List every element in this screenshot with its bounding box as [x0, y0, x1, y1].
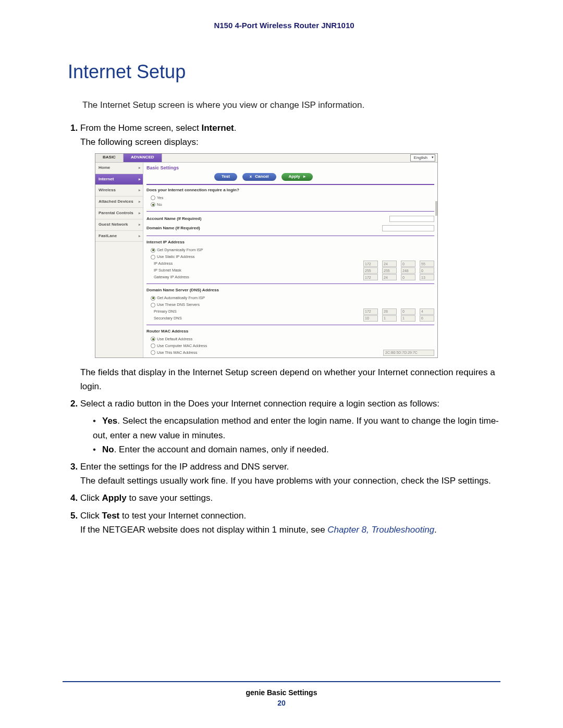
mac-default-row[interactable]: Use Default Address	[151, 336, 434, 342]
step4-b: Apply	[102, 493, 127, 503]
ip-b[interactable]: 24	[382, 261, 397, 267]
chevron-right-icon: ▸	[139, 221, 141, 227]
sdns-c[interactable]: 1	[401, 315, 415, 322]
radio-no[interactable]	[151, 202, 155, 207]
subnet-c[interactable]: 248	[401, 267, 415, 274]
radio-dns-manual-label: Use These DNS Servers	[157, 302, 200, 308]
radio-mac-this[interactable]	[151, 350, 155, 355]
radio-yes[interactable]	[151, 195, 155, 200]
account-name-input[interactable]	[389, 216, 434, 222]
ip-a[interactable]: 172	[363, 261, 378, 267]
sidebar-guest-label: Guest Network	[99, 222, 128, 227]
step5-follow-c: .	[434, 525, 437, 535]
step2-yes: Yes. Select the encapsulation method and…	[93, 414, 500, 442]
step4-a: Click	[80, 493, 102, 503]
ip-section-label: Internet IP Address	[146, 239, 434, 246]
login-question: Does your Internet connection require a …	[146, 187, 434, 194]
sidebar-wireless[interactable]: Wireless▸	[95, 185, 143, 196]
radio-mac-computer[interactable]	[151, 343, 155, 348]
radio-ip-dynamic-label: Get Dynamically From ISP	[157, 247, 203, 253]
tab-advanced[interactable]: ADVANCED	[124, 154, 162, 162]
mac-address-input[interactable]: 2C:B0:5D:7D:29:7C	[383, 350, 434, 356]
cancel-button[interactable]: xCancel	[242, 173, 276, 181]
chevron-right-icon: ▸	[139, 199, 141, 204]
gw-d[interactable]: 13	[420, 274, 434, 280]
chevron-right-icon: ▸	[139, 176, 141, 182]
gw-c[interactable]: 0	[401, 274, 415, 280]
login-no-row[interactable]: No	[151, 202, 434, 208]
sidebar-internet-label: Internet	[99, 177, 114, 181]
subnet-d[interactable]: 0	[420, 267, 434, 274]
sidebar-fastlane-label: FastLane	[99, 233, 117, 238]
dns-manual-row[interactable]: Use These DNS Servers	[151, 302, 434, 308]
pdns-a[interactable]: 172	[363, 309, 378, 315]
step1-text-a: From the Home screen, select	[80, 123, 201, 133]
ip-static-row[interactable]: Use Static IP Address	[151, 254, 434, 260]
ip-dyn-row[interactable]: Get Dynamically From ISP	[151, 247, 434, 253]
step5-follow-a: If the NETGEAR website does not display …	[80, 525, 327, 535]
tab-basic[interactable]: BASIC	[95, 154, 124, 162]
step1-follow: The following screen displays:	[80, 135, 500, 149]
language-select[interactable]: English	[410, 154, 435, 162]
sidebar-parental[interactable]: Parental Controls▸	[95, 208, 143, 219]
mac-computer-row[interactable]: Use Computer MAC Address	[151, 343, 434, 349]
domain-name-label: Domain Name (If Required)	[146, 225, 200, 232]
apply-button[interactable]: Apply▸	[282, 173, 313, 181]
subnet-b[interactable]: 255	[382, 267, 397, 274]
close-icon: x	[250, 174, 252, 180]
footer-title: genie Basic Settings	[63, 688, 500, 697]
pdns-d[interactable]: 4	[420, 309, 434, 315]
sidebar-attached[interactable]: Attached Devices▸	[95, 196, 143, 208]
page-footer: genie Basic Settings 20	[63, 681, 500, 707]
step-3: Enter the settings for the IP address an…	[80, 460, 500, 488]
step2-yes-b: Yes	[102, 416, 117, 426]
sidebar: Home▸ Internet▸ Wireless▸ Attached Devic…	[95, 163, 143, 357]
step2-yes-t: . Select the encapsulation method and en…	[93, 416, 499, 440]
step2-no-t: . Enter the account and domain names, on…	[114, 445, 329, 454]
step5-follow: If the NETGEAR website does not display …	[80, 523, 500, 537]
apply-button-label: Apply	[289, 174, 300, 180]
subnet-a[interactable]: 255	[363, 267, 378, 274]
sdns-a[interactable]: 10	[363, 315, 378, 322]
radio-dns-auto[interactable]	[151, 296, 155, 301]
sidebar-guest[interactable]: Guest Network▸	[95, 219, 143, 231]
pdns-b[interactable]: 28	[382, 309, 397, 315]
account-name-label: Account Name (If Required)	[146, 216, 201, 223]
chevron-right-icon: ▸	[139, 187, 141, 193]
radio-ip-dynamic[interactable]	[151, 248, 155, 253]
test-button[interactable]: Test	[214, 173, 237, 181]
gw-a[interactable]: 172	[363, 274, 378, 280]
sidebar-fastlane[interactable]: FastLane▸	[95, 231, 143, 242]
step2-no-b: No	[102, 445, 114, 454]
section-heading: Internet Setup	[68, 61, 500, 83]
ip-c[interactable]: 0	[401, 261, 415, 267]
radio-mac-computer-label: Use Computer MAC Address	[157, 343, 207, 349]
scrollbar-handle[interactable]	[435, 201, 437, 216]
dns-auto-row[interactable]: Get Automatically From ISP	[151, 295, 434, 301]
chevron-right-icon: ▸	[139, 165, 141, 170]
content-panel: Basic Settings Test xCancel Apply▸ Does …	[143, 163, 437, 357]
pdns-c[interactable]: 0	[401, 309, 415, 315]
radio-no-label: No	[157, 202, 162, 208]
intro-paragraph: The Internet Setup screen is where you v…	[82, 98, 500, 112]
login-yes-row[interactable]: Yes	[151, 195, 434, 201]
sdns-b[interactable]: 1	[382, 315, 397, 322]
gw-b[interactable]: 24	[382, 274, 397, 280]
radio-ip-static[interactable]	[151, 255, 155, 260]
troubleshooting-link[interactable]: Chapter 8, Troubleshooting	[327, 525, 434, 535]
radio-mac-default[interactable]	[151, 337, 155, 341]
step-1: From the Home screen, select Internet. T…	[80, 121, 500, 394]
sdns-d[interactable]: 6	[420, 315, 434, 322]
radio-dns-manual[interactable]	[151, 303, 155, 307]
radio-yes-label: Yes	[157, 195, 163, 201]
domain-name-input[interactable]	[382, 225, 434, 231]
after-shot-paragraph: The fields that display in the Internet …	[80, 365, 500, 393]
mac-section-label: Router MAC Address	[146, 328, 434, 335]
ip-d[interactable]: 55	[420, 261, 434, 267]
radio-mac-default-label: Use Default Address	[157, 336, 192, 342]
step3-text: Enter the settings for the IP address an…	[80, 462, 289, 472]
sidebar-home[interactable]: Home▸	[95, 163, 143, 174]
chevron-right-icon: ▸	[139, 210, 141, 216]
sidebar-internet[interactable]: Internet▸	[95, 174, 143, 186]
sidebar-parental-label: Parental Controls	[99, 211, 133, 215]
